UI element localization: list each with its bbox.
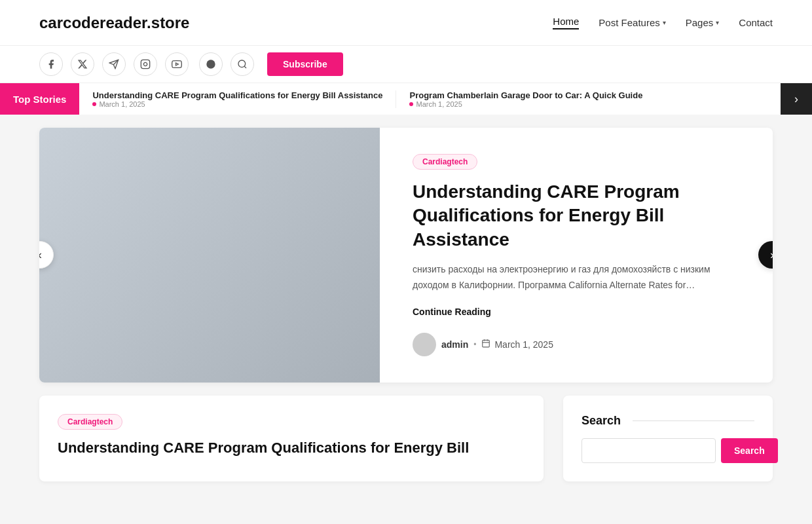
story-item-1[interactable]: Understanding CARE Program Qualification… <box>79 90 396 108</box>
continue-reading-link[interactable]: Continue Reading <box>413 307 740 317</box>
featured-category-badge[interactable]: Cardiagtech <box>413 154 477 170</box>
bottom-section: Cardiagtech Understanding CARE Program Q… <box>0 396 812 501</box>
chevron-down-icon: ▾ <box>663 19 666 26</box>
article-title: Understanding CARE Program Qualification… <box>58 439 525 458</box>
article-category-badge[interactable]: Cardiagtech <box>58 414 122 430</box>
svg-line-7 <box>244 66 246 68</box>
story-dot-icon <box>409 102 413 106</box>
svg-rect-2 <box>141 60 149 68</box>
site-logo: carcodereader.store <box>39 14 189 32</box>
search-widget: Search Search <box>563 396 773 481</box>
subscribe-button[interactable]: Subscribe <box>267 52 343 76</box>
telegram-icon[interactable] <box>102 52 126 76</box>
header: carcodereader.store Home Post Features ▾… <box>0 0 812 46</box>
top-stories-bar: Top Stories Understanding CARE Program Q… <box>0 83 812 115</box>
social-bar: Subscribe <box>0 46 812 83</box>
story-item-2[interactable]: Program Chamberlain Garage Door to Car: … <box>396 90 655 108</box>
svg-rect-8 <box>483 341 490 348</box>
youtube-icon[interactable] <box>165 52 189 76</box>
nav-pages[interactable]: Pages ▾ <box>686 17 720 28</box>
ticker-next-arrow[interactable]: › <box>781 83 812 115</box>
story-dot-icon <box>92 102 96 106</box>
featured-card: ‹ Cardiagtech Understanding CARE Program… <box>39 128 773 383</box>
nav-contact[interactable]: Contact <box>739 17 773 28</box>
svg-point-6 <box>238 60 246 67</box>
featured-image-placeholder <box>39 128 380 383</box>
featured-image <box>39 128 380 383</box>
nav-home[interactable]: Home <box>553 16 579 29</box>
featured-excerpt: снизить расходы на электроэнергию и газ … <box>413 262 740 293</box>
facebook-icon[interactable] <box>39 52 63 76</box>
dark-mode-toggle[interactable] <box>199 52 223 76</box>
top-stories-label: Top Stories <box>0 83 79 115</box>
search-input[interactable] <box>581 438 716 463</box>
main-content: ‹ Cardiagtech Understanding CARE Program… <box>0 115 812 396</box>
svg-point-5 <box>206 60 215 68</box>
featured-body: Cardiagtech Understanding CARE Program Q… <box>380 128 773 383</box>
sidebar: Search Search <box>563 396 773 481</box>
search-title-divider <box>633 421 754 421</box>
chevron-down-icon: ▾ <box>716 19 719 26</box>
avatar <box>413 333 436 356</box>
post-date: March 1, 2025 <box>481 339 553 350</box>
svg-marker-4 <box>176 63 179 66</box>
instagram-icon[interactable] <box>134 52 157 76</box>
search-button-icon[interactable] <box>231 52 254 76</box>
author-row: admin • March 1, 2025 <box>413 333 740 356</box>
main-nav: Home Post Features ▾ Pages ▾ Contact <box>553 16 773 29</box>
calendar-icon <box>481 339 490 350</box>
search-row: Search <box>581 438 754 463</box>
twitter-x-icon[interactable] <box>71 52 94 76</box>
search-widget-title: Search <box>581 414 621 428</box>
featured-title: Understanding CARE Program Qualification… <box>413 180 740 252</box>
nav-post-features[interactable]: Post Features ▾ <box>599 17 665 28</box>
stories-ticker: Understanding CARE Program Qualification… <box>79 90 781 108</box>
article-card: Cardiagtech Understanding CARE Program Q… <box>39 396 544 481</box>
author-name: admin <box>441 339 468 350</box>
search-submit-button[interactable]: Search <box>721 438 778 463</box>
